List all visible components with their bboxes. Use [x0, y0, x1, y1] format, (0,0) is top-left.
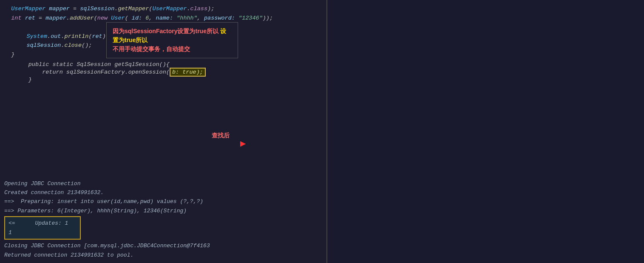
updates-box: <= Updates: 1 1: [4, 216, 81, 240]
left-panel: UserMapper mapper = sqlSession.getMapper…: [0, 0, 327, 263]
panel-separator: [326, 0, 327, 263]
tooltip-text: 因为sqlSessionFactory设置为true所以 设置为true所以 不…: [113, 27, 232, 54]
code-line-1: UserMapper mapper = sqlSession.getMapper…: [4, 4, 323, 14]
console-left: Opening JDBC Connection Created connecti…: [0, 176, 327, 263]
highlight-true: b: true);: [170, 68, 206, 77]
code-getsqlsession: public static SqlSession getSqlSession()…: [4, 61, 323, 68]
console-preparing: ==> Preparing: insert into user(id,name,…: [4, 197, 323, 206]
tooltip-box: 因为sqlSessionFactory设置为true所以 设置为true所以 不…: [106, 22, 238, 58]
console-created: Created connection 2134991632.: [4, 188, 323, 197]
console-parameters: ==> Parameters: 6(Integer), hhhh(String)…: [4, 206, 323, 215]
annotation-arrow: ▶: [240, 138, 246, 149]
console-closing: Closing JDBC Connection [com.mysql.jdbc.…: [4, 241, 323, 250]
annotation-label: 查找后: [212, 132, 230, 140]
code-close-brace: }: [4, 77, 323, 83]
code-line-2: int ret = mapper.addUser(new User( id: 6…: [4, 14, 323, 23]
console-returned: Returned connection 2134991632 to pool.: [4, 251, 323, 260]
updates-line1: <= Updates: 1: [9, 219, 77, 228]
tooltip-line1: 因为sqlSessionFactory设置为true所以: [113, 28, 218, 34]
console-opening: Opening JDBC Connection: [4, 179, 323, 188]
main-container: UserMapper mapper = sqlSession.getMapper…: [0, 0, 644, 263]
getsqlsession-section: public static SqlSession getSqlSession()…: [0, 60, 327, 85]
updates-line2: 1: [9, 228, 77, 237]
code-opensession: return sqlSessionFactory.openSession( b:…: [4, 68, 323, 77]
tooltip-line2: 不用手动提交事务，自动提交: [113, 46, 190, 52]
